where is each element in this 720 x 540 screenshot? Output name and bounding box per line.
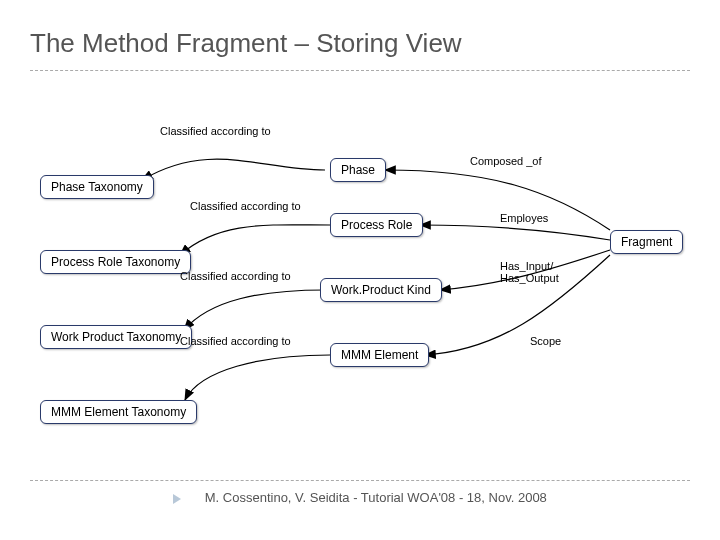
node-mmm-element: MMM Element	[330, 343, 429, 367]
node-fragment: Fragment	[610, 230, 683, 254]
footer-text: M. Cossentino, V. Seidita - Tutorial WOA…	[205, 490, 547, 505]
rule-bottom	[30, 480, 690, 481]
diagram: Phase Taxonomy Process Role Taxonomy Wor…	[30, 100, 690, 460]
node-work-product-taxonomy: Work Product Taxonomy	[40, 325, 192, 349]
footer-bullet-icon	[173, 494, 181, 504]
node-work-product-kind: Work.Product Kind	[320, 278, 442, 302]
node-process-role-taxonomy: Process Role Taxonomy	[40, 250, 191, 274]
slide-footer: M. Cossentino, V. Seidita - Tutorial WOA…	[0, 490, 720, 505]
edge-classified-1: Classified according to	[160, 125, 271, 137]
edge-classified-4: Classified according to	[180, 335, 291, 347]
edge-scope: Scope	[530, 335, 561, 347]
rule-top	[30, 70, 690, 71]
slide: The Method Fragment – Storing View	[0, 0, 720, 540]
edge-has-io: Has_Input/ Has_Output	[500, 260, 559, 284]
node-phase-taxonomy: Phase Taxonomy	[40, 175, 154, 199]
edge-composed-of: Composed _of	[470, 155, 542, 167]
slide-title: The Method Fragment – Storing View	[30, 28, 462, 59]
node-phase: Phase	[330, 158, 386, 182]
edge-classified-3: Classified according to	[180, 270, 291, 282]
edge-employes: Employes	[500, 212, 548, 224]
edge-classified-2: Classified according to	[190, 200, 301, 212]
node-mmm-element-taxonomy: MMM Element Taxonomy	[40, 400, 197, 424]
node-process-role: Process Role	[330, 213, 423, 237]
